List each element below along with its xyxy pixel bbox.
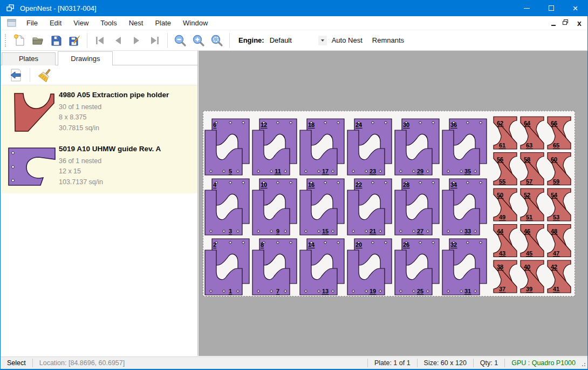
auto-nest-button[interactable]: Auto Nest — [327, 33, 367, 48]
last-plate-button[interactable] — [146, 32, 164, 49]
svg-text:26: 26 — [403, 241, 409, 248]
mdi-minimize-icon[interactable] — [550, 19, 557, 27]
svg-text:50: 50 — [497, 192, 503, 198]
menu-view[interactable]: View — [67, 17, 94, 29]
nest-pair[interactable]: 3837 — [494, 260, 517, 293]
nest-pair[interactable]: 5049 — [494, 189, 517, 221]
svg-text:62: 62 — [497, 120, 503, 126]
svg-text:5: 5 — [229, 168, 232, 174]
new-document-icon — [13, 34, 26, 47]
zoom-in-button[interactable] — [189, 32, 208, 49]
drawing-list-item[interactable]: 4980 A05 Extraction pipe holder 30 of 1 … — [1, 85, 197, 139]
previous-plate-button[interactable] — [109, 32, 127, 49]
status-qty: Qty: 1 — [474, 359, 504, 367]
remnants-button[interactable]: Remnants — [367, 33, 409, 48]
drawing-thumbnail — [5, 90, 59, 134]
nest-pair[interactable]: 5857 — [521, 153, 544, 185]
menu-nest[interactable]: Nest — [123, 17, 149, 29]
first-plate-button[interactable] — [91, 32, 109, 49]
nest-pair[interactable]: 109 — [252, 179, 297, 235]
clear-button[interactable] — [37, 67, 54, 83]
nest-pair[interactable]: 6463 — [521, 117, 544, 149]
svg-text:4: 4 — [213, 181, 217, 188]
nest-pair[interactable]: 6665 — [548, 117, 571, 149]
document-window-icon[interactable] — [7, 19, 16, 27]
menu-file[interactable]: File — [20, 17, 44, 29]
save-button[interactable] — [47, 32, 65, 49]
resize-grip[interactable] — [580, 361, 585, 366]
svg-text:55: 55 — [499, 178, 505, 185]
svg-text:37: 37 — [499, 286, 505, 292]
menu-window[interactable]: Window — [177, 17, 214, 29]
zoom-out-button[interactable] — [171, 32, 189, 49]
svg-text:6: 6 — [213, 122, 216, 128]
nest-pair[interactable]: 21 — [205, 239, 249, 295]
svg-text:8: 8 — [261, 241, 264, 248]
next-plate-button[interactable] — [127, 32, 146, 49]
menu-plate[interactable]: Plate — [149, 17, 177, 29]
nest-pair[interactable]: 1615 — [300, 179, 344, 235]
engine-combobox[interactable]: Default — [269, 34, 327, 47]
nest-pair[interactable]: 5251 — [521, 189, 544, 221]
nest-pair[interactable]: 43 — [205, 179, 249, 235]
zoom-in-icon — [192, 34, 205, 47]
engine-value: Default — [269, 36, 318, 44]
nest-pair[interactable]: 1413 — [300, 239, 344, 295]
nest-pair[interactable]: 3635 — [442, 119, 487, 175]
nest-pair[interactable]: 4847 — [548, 225, 571, 257]
svg-text:59: 59 — [553, 178, 559, 185]
maximize-button[interactable] — [539, 0, 563, 16]
svg-text:35: 35 — [464, 168, 471, 174]
nest-pair[interactable]: 2625 — [395, 239, 439, 295]
svg-text:58: 58 — [524, 156, 530, 163]
nest-pair[interactable]: 2019 — [347, 239, 392, 295]
nest-pair[interactable]: 5655 — [494, 153, 517, 185]
nest-canvas[interactable]: 6512111817242330293635431091615222128273… — [199, 51, 588, 356]
drawing-list-item[interactable]: 5019 A10 UHMW guide Rev. A 36 of 1 neste… — [1, 139, 197, 193]
minimize-button[interactable] — [515, 0, 539, 16]
nest-pair[interactable]: 2423 — [347, 119, 392, 175]
nest-pair[interactable]: 4645 — [521, 225, 544, 257]
nest-pair[interactable]: 65 — [205, 119, 249, 175]
first-arrow-icon — [94, 36, 105, 45]
back-arrow-icon — [9, 68, 23, 82]
nest-pair[interactable]: 1817 — [300, 119, 344, 175]
nest-pair[interactable]: 3433 — [442, 179, 487, 235]
svg-text:53: 53 — [553, 214, 559, 220]
nest-pair[interactable]: 4241 — [548, 260, 571, 293]
mdi-restore-icon[interactable] — [563, 19, 570, 27]
status-mode: Select — [1, 359, 32, 367]
app-icon — [5, 3, 15, 13]
new-button[interactable] — [10, 32, 29, 49]
svg-text:24: 24 — [355, 122, 363, 128]
nest-pair[interactable]: 6059 — [548, 153, 571, 185]
nest-pair[interactable]: 1211 — [252, 119, 297, 175]
nest-pair[interactable]: 87 — [252, 239, 297, 295]
tab-drawings[interactable]: Drawings — [58, 51, 113, 66]
engine-dropdown-button[interactable] — [318, 36, 327, 45]
nest-pair[interactable]: 2827 — [395, 179, 439, 235]
tab-plates[interactable]: Plates — [2, 52, 56, 65]
svg-text:52: 52 — [524, 192, 530, 198]
plate[interactable]: 6512111817242330293635431091615222128273… — [203, 111, 575, 297]
toolbar-grip[interactable] — [5, 34, 7, 47]
close-button[interactable]: × — [563, 0, 587, 16]
main-toolbar: Engine: Default Auto Nest Remnants — [1, 30, 587, 51]
save-as-button[interactable] — [65, 32, 84, 49]
app-window: OpenNest - [N0317-004] × File Edit View … — [0, 0, 588, 370]
menu-edit[interactable]: Edit — [44, 17, 67, 29]
mdi-close-icon[interactable]: x — [576, 19, 583, 27]
zoom-fit-button[interactable] — [208, 32, 226, 49]
nest-pair[interactable]: 2221 — [347, 179, 392, 235]
nest-pair[interactable]: 3231 — [442, 239, 487, 295]
menu-tools[interactable]: Tools — [94, 17, 122, 29]
nest-pair[interactable]: 4039 — [521, 260, 544, 293]
nest-pair[interactable]: 4443 — [494, 225, 517, 257]
nest-pair[interactable]: 5453 — [548, 189, 571, 221]
nest-pair[interactable]: 3029 — [395, 119, 439, 175]
chevron-down-icon — [321, 39, 324, 42]
svg-text:32: 32 — [450, 241, 457, 248]
return-parts-button[interactable] — [7, 67, 24, 83]
nest-pair[interactable]: 6261 — [494, 117, 517, 149]
open-button[interactable] — [29, 32, 47, 49]
